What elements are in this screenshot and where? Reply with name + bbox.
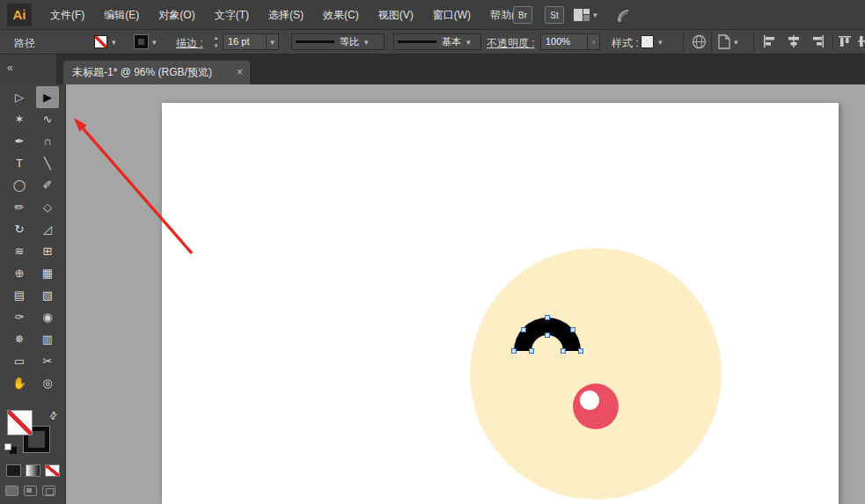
zoom-tool[interactable]: ◎ — [36, 372, 59, 394]
menu-item[interactable]: 效果(C) — [313, 0, 369, 30]
opacity-field[interactable]: 100% — [540, 33, 588, 50]
stroke-weight-dropdown-icon[interactable]: ▾ — [266, 33, 279, 50]
rotate-tool[interactable]: ↻ — [8, 218, 31, 240]
opacity-panel-link[interactable]: 不透明度 : — [487, 36, 535, 51]
align-vertical-center-icon[interactable] — [857, 34, 865, 48]
stock-button[interactable]: St — [545, 6, 564, 24]
document-tab-title: 未标题-1* @ 96% (RGB/预览) — [72, 66, 212, 78]
control-bar: 路径 ▾ ▾ 描边 : ▴ ▾ 16 pt ▾ 等比 ▾ 基本 ▾ 不透明度 :… — [0, 30, 865, 55]
selection-tool[interactable]: ▷ — [8, 86, 31, 108]
share-icon[interactable] — [616, 7, 632, 23]
align-left-icon[interactable] — [762, 34, 776, 48]
red-donut-shape[interactable] — [573, 383, 619, 429]
gradient-tool[interactable]: ▧ — [36, 284, 59, 306]
canvas-pasteboard[interactable] — [66, 84, 865, 504]
bridge-button[interactable]: Br — [513, 6, 532, 24]
pen-tool[interactable]: ✒ — [8, 130, 31, 152]
pencil-tool[interactable]: ✏ — [8, 196, 31, 218]
cream-circle-shape[interactable] — [470, 248, 722, 500]
tab-close-icon[interactable]: × — [237, 61, 243, 84]
style-swatch[interactable] — [641, 35, 654, 48]
blend-tool[interactable]: ◉ — [36, 306, 59, 328]
draw-inside-button[interactable] — [42, 486, 55, 496]
color-mode-button[interactable] — [6, 464, 21, 477]
tools-panel: ▷▶✶∿✒∩T╲◯✐✏◇↻◿≋⊞⊕▦▤▧✑◉✵▥▭✂✋◎ ⇄ — [0, 84, 66, 504]
divider — [711, 33, 712, 51]
lasso-tool[interactable]: ∿ — [36, 108, 59, 130]
swap-fill-stroke-icon[interactable]: ⇄ — [47, 409, 61, 423]
menu-items: 文件(F)编辑(E)对象(O)文字(T)选择(S)效果(C)视图(V)窗口(W)… — [40, 0, 536, 30]
draw-normal-button[interactable] — [5, 486, 18, 496]
workspace-switcher-icon[interactable] — [574, 9, 590, 21]
symbol-sprayer-tool[interactable]: ✵ — [8, 328, 31, 350]
align-top-icon[interactable] — [838, 34, 852, 48]
opacity-dropdown-icon[interactable]: › — [587, 33, 600, 50]
document-preferences-chevron-icon[interactable]: ▾ — [734, 38, 738, 47]
document-tab[interactable]: 未标题-1* @ 96% (RGB/预览) × — [63, 61, 250, 84]
style-chevron-icon[interactable]: ▾ — [658, 38, 663, 47]
curvature-tool[interactable]: ∩ — [36, 130, 59, 152]
profile-chevron-icon: ▾ — [364, 38, 369, 47]
stroke-weight-field[interactable]: 16 pt — [223, 33, 267, 50]
divider — [683, 33, 684, 51]
none-mode-button[interactable] — [45, 464, 60, 477]
scale-tool[interactable]: ◿ — [36, 218, 59, 240]
shape-builder-tool[interactable]: ⊕ — [8, 262, 31, 284]
stepper-up-icon[interactable]: ▴ — [211, 33, 221, 41]
menu-item[interactable]: 编辑(E) — [94, 0, 149, 30]
brush-definition-dropdown[interactable]: 基本 ▾ — [393, 33, 481, 50]
style-label: 样式 : — [612, 36, 639, 51]
menu-item[interactable]: 文字(T) — [205, 0, 259, 30]
free-transform-tool[interactable]: ⊞ — [36, 240, 59, 262]
gradient-mode-button[interactable] — [26, 464, 40, 477]
width-tool[interactable]: ≋ — [8, 240, 31, 262]
stroke-panel-link[interactable]: 描边 : — [176, 36, 203, 51]
fill-chevron-icon[interactable]: ▾ — [112, 38, 116, 47]
brush-value: 基本 — [442, 35, 461, 48]
line-segment-tool[interactable]: ╲ — [36, 152, 59, 174]
align-horizontal-center-icon[interactable] — [787, 34, 801, 48]
menu-item[interactable]: 选择(S) — [259, 0, 313, 30]
stroke-weight-stepper[interactable]: ▴ ▾ — [211, 33, 221, 50]
selected-arch-shape[interactable] — [508, 310, 589, 360]
tools-grid: ▷▶✶∿✒∩T╲◯✐✏◇↻◿≋⊞⊕▦▤▧✑◉✵▥▭✂✋◎ — [8, 86, 59, 394]
menu-item[interactable]: 文件(F) — [40, 0, 94, 30]
eyedropper-tool[interactable]: ✑ — [8, 306, 31, 328]
menu-divider — [502, 8, 502, 22]
tab-strip: « 未标题-1* @ 96% (RGB/预览) × — [0, 55, 865, 84]
width-profile-dropdown[interactable]: 等比 ▾ — [291, 33, 385, 50]
fill-swatch-none[interactable] — [7, 410, 33, 435]
slice-tool[interactable]: ✂ — [36, 350, 59, 372]
menu-item[interactable]: 对象(O) — [149, 0, 204, 30]
ellipse-tool[interactable]: ◯ — [8, 174, 31, 196]
magic-wand-tool[interactable]: ✶ — [8, 108, 31, 130]
app-logo-icon: Ai — [7, 4, 32, 26]
document-setup-globe-icon[interactable] — [692, 34, 707, 49]
column-graph-tool[interactable]: ▥ — [36, 328, 59, 350]
collapse-panel-icon[interactable]: « — [7, 62, 13, 74]
draw-behind-button[interactable] — [24, 486, 37, 496]
type-tool[interactable]: T — [8, 152, 31, 174]
paintbrush-tool[interactable]: ✐ — [36, 174, 59, 196]
menu-item[interactable]: 窗口(W) — [423, 0, 480, 30]
stroke-chevron-icon[interactable]: ▾ — [152, 38, 157, 47]
workspace-chevron-icon[interactable]: ▾ — [593, 11, 597, 19]
profile-value: 等比 — [340, 35, 359, 48]
document-preferences-icon[interactable] — [718, 34, 730, 49]
stepper-down-icon[interactable]: ▾ — [211, 41, 221, 49]
hand-tool[interactable]: ✋ — [8, 372, 31, 394]
divider — [832, 33, 833, 51]
artboard-tool[interactable]: ▭ — [8, 350, 31, 372]
paint-style-row — [0, 464, 66, 478]
mesh-tool[interactable]: ▤ — [8, 284, 31, 306]
align-right-icon[interactable] — [811, 34, 825, 48]
selection-type-label: 路径 — [14, 36, 35, 51]
perspective-grid-tool[interactable]: ▦ — [36, 262, 59, 284]
default-fill-stroke-icon[interactable] — [4, 443, 18, 455]
direct-selection-tool[interactable]: ▶ — [36, 86, 59, 108]
menu-item[interactable]: 视图(V) — [369, 0, 423, 30]
fill-color-swatch[interactable] — [94, 35, 107, 48]
artboard[interactable] — [162, 103, 839, 504]
eraser-tool[interactable]: ◇ — [36, 196, 59, 218]
stroke-color-swatch[interactable] — [135, 35, 148, 48]
